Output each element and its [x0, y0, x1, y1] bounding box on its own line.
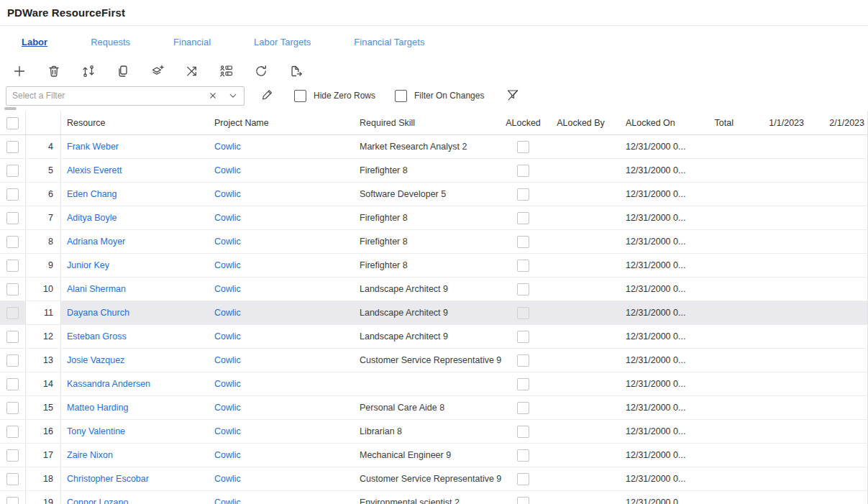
project-link[interactable]: Cowlic [214, 379, 241, 389]
compare-button[interactable] [81, 63, 96, 79]
filter-combobox[interactable]: Select a Filter [6, 86, 245, 106]
resource-link[interactable]: Matteo Harding [67, 403, 128, 413]
stack-add-button[interactable] [150, 63, 165, 79]
row-select-checkbox[interactable] [6, 307, 19, 319]
header-resource[interactable]: Resource [61, 111, 209, 134]
edit-filter-button[interactable] [260, 88, 275, 104]
table-row[interactable]: 6 Eden Chang Cowlic Software Developer 5… [0, 183, 868, 206]
table-row[interactable]: 14 Kassandra Andersen Cowlic 12/31/2000 … [0, 372, 868, 396]
alocked-checkbox[interactable] [517, 307, 529, 319]
project-link[interactable]: Cowlic [214, 142, 241, 152]
assign-rows-button[interactable] [219, 63, 234, 79]
row-select-checkbox[interactable] [6, 212, 19, 224]
resource-link[interactable]: Connor Lozano [67, 498, 128, 504]
project-link[interactable]: Cowlic [214, 308, 241, 318]
row-select-checkbox[interactable] [6, 331, 19, 343]
row-select-checkbox[interactable] [6, 354, 19, 367]
copy-button[interactable] [115, 63, 131, 79]
project-link[interactable]: Cowlic [214, 355, 241, 365]
header-project-name[interactable]: Project Name [209, 111, 354, 134]
resource-link[interactable]: Junior Key [67, 260, 109, 270]
tab-labor[interactable]: Labor [22, 37, 47, 47]
row-select-checkbox[interactable] [6, 260, 19, 272]
chevron-down-icon[interactable] [228, 91, 238, 101]
row-select-checkbox[interactable] [6, 141, 19, 153]
resource-link[interactable]: Aditya Boyle [67, 213, 117, 223]
resource-link[interactable]: Zaire Nixon [67, 450, 113, 460]
row-select-checkbox[interactable] [6, 283, 19, 295]
alocked-checkbox[interactable] [517, 426, 529, 438]
table-row[interactable]: 5 Alexis Everett Cowlic Firefighter 8 12… [0, 159, 868, 183]
row-select-checkbox[interactable] [6, 378, 19, 390]
header-alocked-by[interactable]: ALocked By [543, 111, 618, 134]
table-row[interactable]: 17 Zaire Nixon Cowlic Mechanical Enginee… [0, 444, 868, 467]
alocked-checkbox[interactable] [517, 331, 529, 343]
alocked-checkbox[interactable] [517, 449, 529, 462]
table-row[interactable]: 18 Christopher Escobar Cowlic Customer S… [0, 467, 868, 491]
shuffle-button[interactable] [184, 63, 200, 79]
project-link[interactable]: Cowlic [214, 213, 241, 223]
table-row[interactable]: 19 Connor Lozano Cowlic Environmental sc… [0, 491, 868, 504]
row-select-checkbox[interactable] [6, 473, 19, 485]
resource-link[interactable]: Adriana Moyer [67, 237, 125, 247]
row-select-checkbox[interactable] [6, 449, 19, 462]
project-link[interactable]: Cowlic [214, 237, 241, 247]
alocked-checkbox[interactable] [517, 236, 529, 248]
alocked-checkbox[interactable] [517, 378, 529, 390]
header-total[interactable]: Total [687, 111, 737, 134]
table-row[interactable]: 7 Aditya Boyle Cowlic Firefighter 8 12/3… [0, 206, 868, 230]
project-link[interactable]: Cowlic [214, 189, 241, 199]
filter-on-changes-toggle[interactable]: Filter On Changes [395, 90, 484, 102]
resource-link[interactable]: Tony Valentine [67, 426, 125, 436]
project-link[interactable]: Cowlic [214, 260, 241, 270]
hide-zero-rows-toggle[interactable]: Hide Zero Rows [294, 90, 375, 102]
alocked-checkbox[interactable] [517, 141, 529, 153]
add-button[interactable] [12, 63, 27, 79]
table-row[interactable]: 11 Dayana Church Cowlic Landscape Archit… [0, 301, 868, 325]
alocked-checkbox[interactable] [517, 260, 529, 272]
row-select-checkbox[interactable] [6, 188, 19, 201]
tab-labor-targets[interactable]: Labor Targets [254, 37, 311, 47]
table-row[interactable]: 15 Matteo Harding Cowlic Personal Care A… [0, 396, 868, 420]
table-row[interactable]: 8 Adriana Moyer Cowlic Firefighter 8 12/… [0, 230, 868, 254]
resource-link[interactable]: Kassandra Andersen [67, 379, 150, 389]
row-select-checkbox[interactable] [6, 236, 19, 248]
alocked-checkbox[interactable] [517, 354, 529, 367]
clear-selection-icon[interactable] [208, 91, 218, 101]
tab-financial-targets[interactable]: Financial Targets [354, 37, 424, 47]
resource-link[interactable]: Christopher Escobar [67, 474, 149, 484]
tab-requests[interactable]: Requests [91, 37, 130, 47]
project-link[interactable]: Cowlic [214, 284, 241, 294]
table-row[interactable]: 12 Esteban Gross Cowlic Landscape Archit… [0, 325, 868, 349]
project-link[interactable]: Cowlic [214, 450, 241, 460]
row-select-checkbox[interactable] [6, 165, 19, 177]
alocked-checkbox[interactable] [517, 188, 529, 201]
row-select-checkbox[interactable] [6, 426, 19, 438]
alocked-checkbox[interactable] [517, 473, 529, 485]
table-row[interactable]: 16 Tony Valentine Cowlic Librarian 8 12/… [0, 420, 868, 444]
hide-zero-rows-checkbox[interactable] [294, 90, 306, 102]
header-required-skill[interactable]: Required Skill [354, 111, 503, 134]
filter-on-changes-checkbox[interactable] [395, 90, 407, 102]
tab-financial[interactable]: Financial [173, 37, 211, 47]
resource-link[interactable]: Alani Sherman [67, 284, 126, 294]
table-row[interactable]: 9 Junior Key Cowlic Firefighter 8 12/31/… [0, 254, 868, 278]
resource-link[interactable]: Dayana Church [67, 308, 129, 318]
horizontal-scrollbar-track[interactable] [0, 106, 868, 111]
resource-link[interactable]: Josie Vazquez [67, 355, 124, 365]
table-row[interactable]: 10 Alani Sherman Cowlic Landscape Archit… [0, 278, 868, 301]
export-button[interactable] [288, 63, 303, 79]
header-alocked[interactable]: ALocked [503, 111, 543, 134]
alocked-checkbox[interactable] [517, 402, 529, 414]
header-alocked-on[interactable]: ALocked On [618, 111, 687, 134]
delete-button[interactable] [46, 63, 62, 79]
alocked-checkbox[interactable] [517, 497, 529, 504]
select-all-checkbox[interactable] [6, 117, 19, 129]
project-link[interactable]: Cowlic [214, 165, 241, 175]
horizontal-scrollbar-thumb[interactable] [4, 107, 17, 110]
project-link[interactable]: Cowlic [214, 403, 241, 413]
project-link[interactable]: Cowlic [214, 426, 241, 436]
resource-link[interactable]: Frank Weber [67, 142, 119, 152]
resource-link[interactable]: Alexis Everett [67, 165, 122, 175]
row-select-checkbox[interactable] [6, 402, 19, 414]
